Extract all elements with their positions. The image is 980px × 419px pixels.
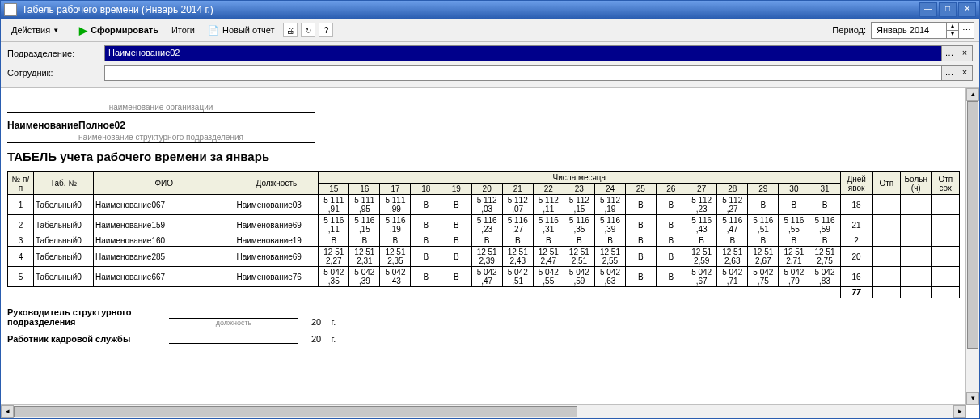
h-track[interactable] xyxy=(14,405,953,418)
form-button[interactable]: ▶Сформировать xyxy=(74,22,164,39)
emp-label: Сотрудник: xyxy=(7,68,104,78)
window-title: Табель рабочего времени (Январь 2014 г.) xyxy=(22,4,213,15)
separator xyxy=(70,22,70,38)
scroll-left-button[interactable]: ◂ xyxy=(1,405,14,418)
emp-select-button[interactable]: … xyxy=(941,66,957,80)
scroll-up-button[interactable]: ▴ xyxy=(966,88,979,101)
chevron-down-icon: ▼ xyxy=(53,27,59,34)
report-title: ТАБЕЛЬ учета рабочего времени за январь xyxy=(7,150,960,163)
sign1-caption: должность xyxy=(169,319,298,327)
sign2-label: Работник кадровой службы xyxy=(7,334,169,344)
document-icon: 📄 xyxy=(208,25,219,36)
title-bar: Табель рабочего времени (Январь 2014 г.)… xyxy=(1,1,979,19)
app-icon xyxy=(4,3,17,16)
actions-menu[interactable]: Действия▼ xyxy=(6,23,65,37)
sign1-line xyxy=(169,307,298,319)
help-icon[interactable]: ? xyxy=(319,23,333,37)
period-label: Период: xyxy=(832,25,866,35)
table-row[interactable]: 1Табельный0Наименование067Наименование03… xyxy=(8,195,960,215)
dept-label: Подразделение: xyxy=(7,49,104,58)
period-selector[interactable]: Январь 2014 ▴ ▾ ⋯ xyxy=(871,22,974,39)
period-picker-button[interactable]: ⋯ xyxy=(958,23,974,38)
report-content: наименование организации НаименованиеПол… xyxy=(1,88,966,405)
report-area: наименование организации НаименованиеПол… xyxy=(1,88,979,418)
table-total-row: 77 xyxy=(8,287,960,298)
new-report-button[interactable]: 📄Новый отчет xyxy=(202,23,280,38)
period-value: Январь 2014 xyxy=(872,23,946,36)
scroll-right-button[interactable]: ▸ xyxy=(953,405,966,418)
v-track[interactable] xyxy=(966,101,979,392)
app-window: Табель рабочего времени (Январь 2014 г.)… xyxy=(0,0,980,419)
dept-clear-button[interactable]: × xyxy=(957,46,972,61)
emp-input[interactable]: … × xyxy=(104,65,973,81)
horizontal-scrollbar[interactable]: ◂ ▸ xyxy=(1,404,966,418)
minimize-button[interactable]: — xyxy=(919,2,937,17)
toolbar: Действия▼ ▶Сформировать Итоги 📄Новый отч… xyxy=(1,19,979,42)
period-up[interactable]: ▴ xyxy=(946,23,958,30)
filter-panel: Подразделение: Наименование02 … × Сотруд… xyxy=(1,42,979,88)
period-down[interactable]: ▾ xyxy=(946,30,958,38)
totals-button[interactable]: Итоги xyxy=(166,23,201,37)
table-row[interactable]: 4Табельный0Наименование285Наименование69… xyxy=(8,247,960,267)
timesheet-table: № п/пТаб. №ФИОДолжностьЧисла месяцаДней … xyxy=(7,171,960,298)
table-row[interactable]: 5Табельный0Наименование667Наименование76… xyxy=(8,267,960,287)
sign2-line xyxy=(169,332,298,344)
dept-select-button[interactable]: … xyxy=(941,46,957,61)
v-thumb[interactable] xyxy=(967,101,978,349)
close-button[interactable]: ✕ xyxy=(958,2,976,17)
vertical-scrollbar[interactable]: ▴ ▾ xyxy=(965,88,979,405)
play-icon: ▶ xyxy=(79,24,87,36)
scroll-down-button[interactable]: ▾ xyxy=(966,392,979,405)
table-row[interactable]: 3Табельный0Наименование160Наименование19… xyxy=(8,235,960,247)
org-name: НаименованиеПолное02 xyxy=(7,120,960,131)
sign1-label: Руководитель структурного подразделения xyxy=(7,307,169,327)
maximize-button[interactable]: □ xyxy=(939,2,957,17)
print-icon[interactable]: 🖨 xyxy=(283,23,298,37)
h-thumb[interactable] xyxy=(14,406,577,417)
emp-clear-button[interactable]: × xyxy=(957,66,972,80)
org-label: наименование организации xyxy=(7,103,315,113)
dept-input[interactable]: Наименование02 … × xyxy=(104,45,973,61)
signatures: Руководитель структурного подразделения … xyxy=(7,307,960,344)
refresh-icon[interactable]: ↻ xyxy=(301,23,315,37)
emp-field[interactable] xyxy=(105,66,941,80)
dept-label-caption: наименование структурного подразделения xyxy=(7,133,315,143)
table-row[interactable]: 2Табельный0Наименование159Наименование69… xyxy=(8,215,960,235)
